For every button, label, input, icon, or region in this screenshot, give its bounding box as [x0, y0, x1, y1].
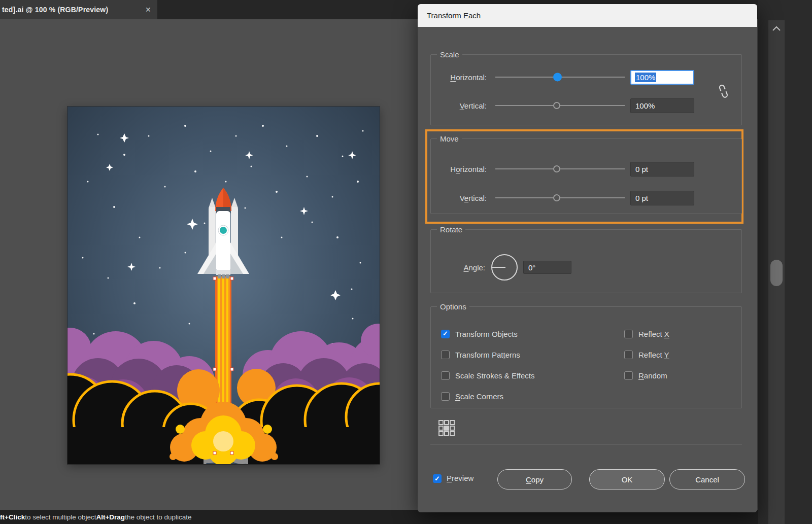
ok-button[interactable]: OK	[589, 469, 665, 490]
move-vertical-slider[interactable]	[495, 190, 625, 205]
option-reflect-y[interactable]: Reflect Y	[624, 347, 669, 362]
angle-label: Angle:	[431, 263, 485, 272]
dialog-footer: Preview Copy OK Cancel	[418, 469, 757, 490]
scale-heading: Scale	[437, 50, 462, 60]
move-vertical-input[interactable]: 0 pt	[630, 191, 694, 205]
preview-label: Preview	[447, 474, 473, 482]
scale-section: Scale Horizontal: 100% Vertical: 100%	[430, 54, 742, 125]
option-transform-objects[interactable]: Transform Objects	[441, 326, 534, 341]
status-hint1-key: ft+Click	[0, 513, 25, 521]
scroll-up-icon[interactable]	[772, 24, 781, 33]
preview-checkbox[interactable]	[433, 474, 442, 483]
reflect-y-checkbox[interactable]	[624, 351, 633, 359]
space-rocket-artwork	[67, 107, 380, 464]
selected-text: 100%	[635, 73, 656, 82]
move-heading: Move	[437, 134, 462, 144]
transform-each-dialog: Transform Each Scale Horizontal: 100% Ve…	[418, 4, 757, 512]
vertical-scrollbar[interactable]	[768, 20, 785, 524]
scale-horizontal-slider[interactable]	[495, 69, 625, 85]
transform-patterns-checkbox[interactable]	[441, 351, 450, 359]
dialog-titlebar[interactable]: Transform Each	[418, 4, 757, 27]
reflect-x-checkbox[interactable]	[624, 330, 633, 338]
move-horizontal-label: Horizontal:	[431, 165, 487, 173]
angle-dial-needle	[492, 267, 505, 268]
options-section: Options Transform Objects Transform Patt…	[430, 306, 742, 408]
option-scale-corners[interactable]: Scale Corners	[441, 389, 534, 404]
move-section: Move Horizontal: 0 pt Vertical: 0 pt	[430, 138, 742, 214]
random-checkbox[interactable]	[624, 371, 633, 380]
status-hint2-key: Alt+Drag	[96, 513, 125, 521]
options-heading: Options	[437, 302, 469, 312]
copy-button[interactable]: Copy	[497, 469, 572, 490]
rotate-section: Rotate Angle: 0°	[430, 229, 742, 293]
angle-input[interactable]: 0°	[523, 261, 571, 274]
reference-point-icon[interactable]	[438, 420, 455, 437]
scale-horizontal-slider-handle[interactable]	[553, 73, 562, 82]
scale-vertical-row: Vertical: 100%	[431, 98, 741, 113]
options-right-column: Reflect X Reflect Y Random	[624, 326, 669, 389]
document-tab-title: ted].ai @ 100 % (RGB/Preview)	[2, 6, 108, 14]
footer-divider	[430, 444, 742, 445]
move-section-highlight: Move Horizontal: 0 pt Vertical: 0 pt	[425, 129, 743, 224]
angle-dial[interactable]	[491, 254, 518, 281]
transform-objects-checkbox[interactable]	[441, 330, 450, 338]
scale-vertical-slider-handle[interactable]	[553, 102, 560, 109]
move-horizontal-input[interactable]: 0 pt	[630, 162, 694, 177]
scale-corners-checkbox[interactable]	[441, 392, 450, 401]
dialog-title: Transform Each	[427, 11, 481, 20]
move-horizontal-slider-handle[interactable]	[553, 165, 560, 172]
option-random[interactable]: Random	[624, 368, 669, 383]
move-vertical-row: Vertical: 0 pt	[431, 190, 741, 205]
move-horizontal-row: Horizontal: 0 pt	[431, 161, 741, 177]
right-panel-rail	[758, 0, 812, 524]
scale-vertical-label: Vertical:	[431, 101, 487, 110]
option-reflect-x[interactable]: Reflect X	[624, 326, 669, 341]
illustrator-window: { "colors": { "accent-blue": "#1e90f0", …	[0, 0, 812, 524]
unlink-proportions-icon[interactable]	[716, 83, 730, 99]
scale-horizontal-label: Horizontal:	[431, 73, 487, 82]
scale-strokes-effects-checkbox[interactable]	[441, 371, 450, 380]
scale-horizontal-input[interactable]: 100%	[630, 70, 694, 85]
option-transform-patterns[interactable]: Transform Patterns	[441, 347, 534, 362]
artboard[interactable]	[67, 107, 380, 464]
cancel-button[interactable]: Cancel	[669, 469, 745, 490]
scale-vertical-input[interactable]: 100%	[630, 98, 694, 113]
scale-horizontal-row: Horizontal: 100%	[431, 69, 741, 85]
scale-vertical-slider[interactable]	[495, 98, 625, 113]
tab-close-icon[interactable]: ✕	[145, 6, 151, 14]
move-vertical-slider-handle[interactable]	[553, 194, 560, 201]
rotate-heading: Rotate	[437, 225, 465, 235]
move-vertical-label: Vertical:	[431, 194, 487, 202]
document-tab[interactable]: ted].ai @ 100 % (RGB/Preview) ✕	[0, 0, 157, 19]
options-left-column: Transform Objects Transform Patterns Sca…	[441, 326, 534, 409]
angle-row: Angle: 0°	[431, 260, 741, 275]
option-scale-strokes-effects[interactable]: Scale Strokes & Effects	[441, 368, 534, 383]
move-horizontal-slider[interactable]	[495, 161, 625, 177]
scrollbar-thumb[interactable]	[770, 260, 783, 286]
